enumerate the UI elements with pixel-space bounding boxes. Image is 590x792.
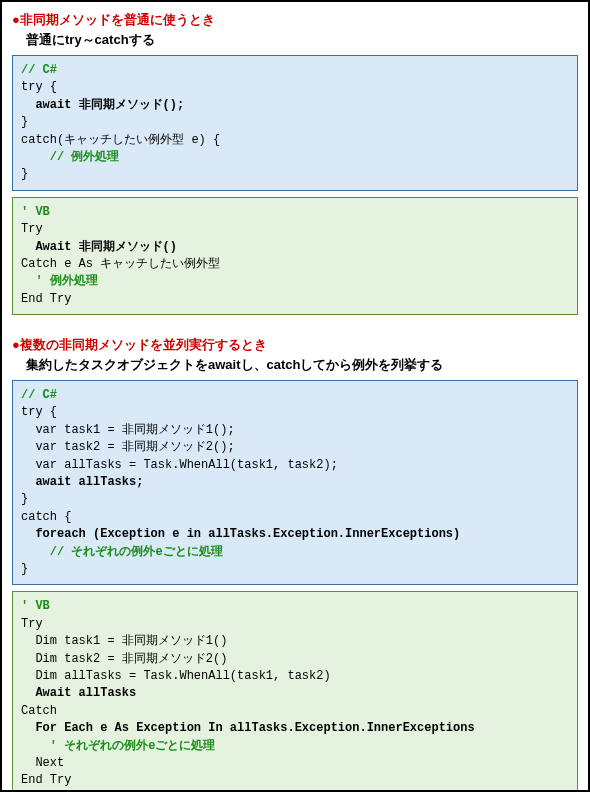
code-line: Dim allTasks = Task.WhenAll(task1, task2… [21, 669, 331, 683]
section1-csharp-code: // C# try { await 非同期メソッド(); } catch(キャッ… [12, 55, 578, 191]
code-comment: // C# [21, 388, 57, 402]
section2-title: 複数の非同期メソッドを並列実行するとき [20, 337, 267, 352]
code-line: End Try [21, 773, 71, 787]
section-multi-async: ●複数の非同期メソッドを並列実行するとき 集約したタスクオブジェクトをawait… [12, 335, 578, 792]
code-comment: ' 例外処理 [21, 274, 98, 288]
code-line: Dim task1 = 非同期メソッド1() [21, 634, 227, 648]
section1-subtitle: 普通にtry～catchする [26, 30, 578, 50]
code-line: Try [21, 617, 43, 631]
code-line: await 非同期メソッド(); [21, 98, 184, 112]
section2-vb-code: ' VB Try Dim task1 = 非同期メソッド1() Dim task… [12, 591, 578, 792]
code-line: catch { [21, 510, 71, 524]
code-line: End Try [21, 292, 71, 306]
section2-heading: ●複数の非同期メソッドを並列実行するとき 集約したタスクオブジェクトをawait… [12, 335, 578, 374]
section1-vb-code: ' VB Try Await 非同期メソッド() Catch e As キャッチ… [12, 197, 578, 315]
code-line: } [21, 492, 28, 506]
bullet-icon: ● [12, 12, 20, 27]
code-line: Catch e As キャッチしたい例外型 [21, 257, 220, 271]
code-line: For Each e As Exception In allTasks.Exce… [21, 721, 475, 735]
code-line: catch(キャッチしたい例外型 e) { [21, 133, 220, 147]
code-comment: ' VB [21, 205, 50, 219]
section1-heading: ●非同期メソッドを普通に使うとき 普通にtry～catchする [12, 10, 578, 49]
code-line: foreach (Exception e in allTasks.Excepti… [21, 527, 460, 541]
bullet-icon: ● [12, 337, 20, 352]
code-line: Await 非同期メソッド() [21, 240, 177, 254]
code-line: Catch [21, 704, 57, 718]
code-line: Try [21, 222, 43, 236]
code-comment: // C# [21, 63, 57, 77]
section2-subtitle: 集約したタスクオブジェクトをawaitし、catchしてから例外を列挙する [26, 355, 578, 375]
code-line: Dim task2 = 非同期メソッド2() [21, 652, 227, 666]
code-line: try { [21, 405, 57, 419]
code-line: Await allTasks [21, 686, 136, 700]
code-line: Next [21, 756, 64, 770]
code-line: } [21, 167, 28, 181]
code-comment: ' VB [21, 599, 50, 613]
code-line: var task1 = 非同期メソッド1(); [21, 423, 235, 437]
code-comment: ' それぞれの例外eごとに処理 [21, 739, 215, 753]
code-line: } [21, 115, 28, 129]
code-line: var allTasks = Task.WhenAll(task1, task2… [21, 458, 338, 472]
code-line: } [21, 562, 28, 576]
section2-csharp-code: // C# try { var task1 = 非同期メソッド1(); var … [12, 380, 578, 585]
code-comment: // 例外処理 [21, 150, 119, 164]
code-line: var task2 = 非同期メソッド2(); [21, 440, 235, 454]
section-single-async: ●非同期メソッドを普通に使うとき 普通にtry～catchする // C# tr… [12, 10, 578, 315]
section1-title: 非同期メソッドを普通に使うとき [20, 12, 215, 27]
code-comment: // それぞれの例外eごとに処理 [21, 545, 223, 559]
code-line: try { [21, 80, 57, 94]
code-line: await allTasks; [21, 475, 143, 489]
